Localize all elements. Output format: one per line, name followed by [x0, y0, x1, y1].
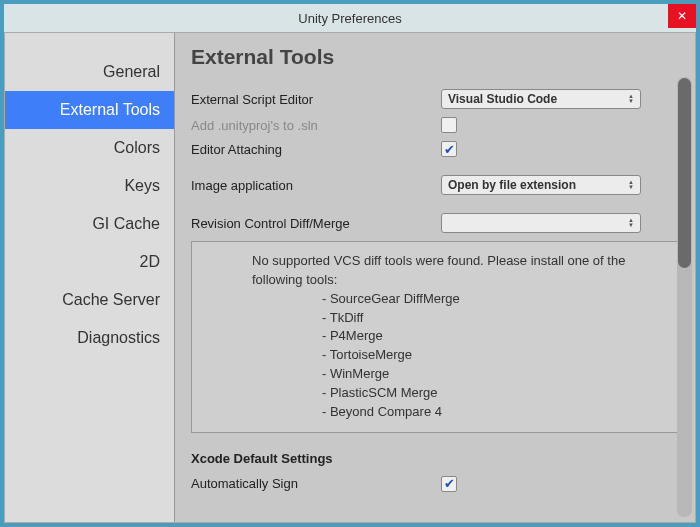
image-app-dropdown[interactable]: Open by file extension ▲▼ [441, 175, 641, 195]
row-script-editor: External Script Editor Visual Studio Cod… [191, 89, 679, 109]
editor-attaching-checkbox[interactable]: ✔ [441, 141, 457, 157]
sidebar-item-diagnostics[interactable]: Diagnostics [5, 319, 174, 357]
dropdown-arrows-icon: ▲▼ [628, 218, 634, 228]
close-icon: ✕ [677, 9, 687, 23]
scrollbar[interactable] [677, 77, 692, 517]
auto-sign-label: Automatically Sign [191, 476, 441, 491]
dropdown-arrows-icon: ▲▼ [628, 180, 634, 190]
vcs-tool-item: - TkDiff [322, 309, 664, 328]
row-add-unityproj: Add .unityproj's to .sln [191, 117, 679, 133]
vcs-tool-item: - PlasticSCM Merge [322, 384, 664, 403]
close-button[interactable]: ✕ [668, 4, 696, 28]
image-app-label: Image application [191, 178, 441, 193]
add-unityproj-checkbox[interactable] [441, 117, 457, 133]
sidebar-item-general[interactable]: General [5, 53, 174, 91]
editor-attaching-label: Editor Attaching [191, 142, 441, 157]
sidebar: General External Tools Colors Keys GI Ca… [5, 33, 175, 522]
scrollbar-thumb[interactable] [678, 78, 691, 268]
script-editor-dropdown[interactable]: Visual Studio Code ▲▼ [441, 89, 641, 109]
add-unityproj-label: Add .unityproj's to .sln [191, 118, 441, 133]
vcs-tool-list: - SourceGear DiffMerge - TkDiff - P4Merg… [252, 290, 664, 422]
window-title: Unity Preferences [298, 11, 401, 26]
image-app-value: Open by file extension [448, 178, 576, 192]
vcs-tool-item: - P4Merge [322, 327, 664, 346]
row-image-app: Image application Open by file extension… [191, 175, 679, 195]
vcs-info-intro: No supported VCS diff tools were found. … [252, 252, 664, 290]
row-auto-sign: Automatically Sign ✔ [191, 476, 679, 492]
vcs-tool-item: - WinMerge [322, 365, 664, 384]
vcs-tool-item: - Beyond Compare 4 [322, 403, 664, 422]
diff-merge-dropdown[interactable]: ▲▼ [441, 213, 641, 233]
sidebar-item-colors[interactable]: Colors [5, 129, 174, 167]
auto-sign-checkbox[interactable]: ✔ [441, 476, 457, 492]
sidebar-item-external-tools[interactable]: External Tools [5, 91, 174, 129]
diff-merge-label: Revision Control Diff/Merge [191, 216, 441, 231]
vcs-info-box: No supported VCS diff tools were found. … [191, 241, 679, 433]
sidebar-item-2d[interactable]: 2D [5, 243, 174, 281]
titlebar: Unity Preferences ✕ [4, 4, 696, 32]
page-title: External Tools [191, 45, 679, 69]
content-panel: External Tools External Script Editor Vi… [175, 33, 695, 522]
row-diff-merge: Revision Control Diff/Merge ▲▼ [191, 213, 679, 233]
vcs-tool-item: - TortoiseMerge [322, 346, 664, 365]
xcode-section-header: Xcode Default Settings [191, 451, 679, 466]
script-editor-label: External Script Editor [191, 92, 441, 107]
sidebar-item-cache-server[interactable]: Cache Server [5, 281, 174, 319]
sidebar-item-gi-cache[interactable]: GI Cache [5, 205, 174, 243]
sidebar-item-keys[interactable]: Keys [5, 167, 174, 205]
vcs-tool-item: - SourceGear DiffMerge [322, 290, 664, 309]
check-icon: ✔ [444, 142, 455, 157]
dropdown-arrows-icon: ▲▼ [628, 94, 634, 104]
check-icon: ✔ [444, 476, 455, 491]
script-editor-value: Visual Studio Code [448, 92, 557, 106]
row-editor-attaching: Editor Attaching ✔ [191, 141, 679, 157]
window-body: General External Tools Colors Keys GI Ca… [4, 32, 696, 523]
